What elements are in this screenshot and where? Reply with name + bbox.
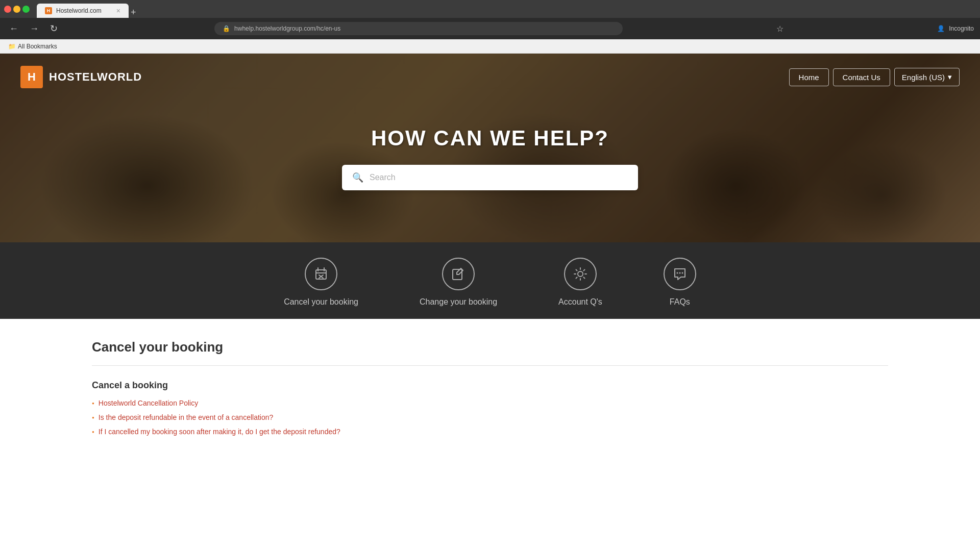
search-bar: 🔍	[342, 165, 638, 190]
svg-rect-0	[316, 270, 326, 279]
svg-line-14	[583, 270, 584, 271]
bullet-icon: ●	[92, 415, 94, 420]
site-header: H HOSTELWORLD Home Contact Us English (U…	[0, 54, 980, 101]
link-list: ● Hostelworld Cancellation Policy ● Is t…	[92, 399, 888, 436]
svg-point-7	[578, 271, 583, 277]
account-qs-label: Account Q's	[558, 297, 602, 307]
window-minimize-btn[interactable]	[13, 6, 20, 13]
main-content: Cancel your booking Cancel a booking ● H…	[0, 319, 980, 462]
logo[interactable]: H HOSTELWORLD	[20, 66, 142, 88]
category-faqs[interactable]: FAQs	[664, 258, 696, 307]
bookmarks-bar: 📁 All Bookmarks	[0, 39, 980, 54]
bookmark-btn[interactable]: ☆	[776, 24, 783, 34]
section-title: Cancel your booking	[92, 339, 888, 355]
section-divider	[92, 365, 888, 366]
faqs-label: FAQs	[670, 297, 690, 307]
category-cancel-booking[interactable]: Cancel your booking	[284, 258, 358, 307]
svg-line-15	[576, 277, 577, 278]
svg-line-12	[576, 270, 577, 271]
svg-point-18	[681, 272, 683, 274]
header-nav: Home Contact Us English (US) ▾	[789, 68, 960, 86]
chevron-down-icon: ▾	[948, 72, 952, 82]
incognito-label: Incognito	[949, 25, 974, 32]
logo-text: HOSTELWORLD	[49, 70, 142, 84]
active-tab[interactable]: H Hostelworld.com ×	[37, 4, 129, 18]
faqs-icon	[664, 258, 696, 290]
deposit-soon-link[interactable]: If I cancelled my booking soon after mak…	[99, 428, 340, 436]
language-label: English (US)	[902, 73, 945, 82]
hero-section: H HOSTELWORLD Home Contact Us English (U…	[0, 54, 980, 242]
language-selector[interactable]: English (US) ▾	[894, 68, 960, 86]
cancel-booking-icon	[305, 258, 337, 290]
reload-btn[interactable]: ↻	[47, 21, 61, 36]
account-qs-icon	[564, 258, 597, 290]
list-item: ● Hostelworld Cancellation Policy	[92, 399, 888, 407]
url-text: hwhelp.hostelworldgroup.com/hc/en-us	[234, 25, 340, 32]
cancellation-policy-link[interactable]: Hostelworld Cancellation Policy	[99, 399, 198, 407]
svg-point-17	[679, 272, 680, 274]
change-booking-label: Change your booking	[420, 297, 497, 307]
window-controls	[4, 6, 30, 13]
window-close-btn[interactable]	[4, 6, 11, 13]
search-icon: 🔍	[352, 172, 363, 183]
address-bar: ← → ↻ 🔒 hwhelp.hostelworldgroup.com/hc/e…	[0, 18, 980, 39]
lock-icon: 🔒	[223, 25, 230, 32]
back-btn[interactable]: ←	[6, 21, 21, 36]
bullet-icon: ●	[92, 430, 94, 434]
bookmarks-folder[interactable]: 📁 All Bookmarks	[8, 43, 57, 50]
url-bar[interactable]: 🔒 hwhelp.hostelworldgroup.com/hc/en-us	[214, 22, 623, 35]
window-maximize-btn[interactable]	[22, 6, 30, 13]
list-item: ● Is the deposit refundable in the event…	[92, 413, 888, 421]
folder-icon: 📁	[8, 43, 16, 50]
subsection-title: Cancel a booking	[92, 380, 888, 391]
tab-close-btn[interactable]: ×	[116, 7, 120, 15]
profile-icon: 👤	[937, 25, 945, 32]
list-item: ● If I cancelled my booking soon after m…	[92, 428, 888, 436]
home-nav-link[interactable]: Home	[789, 68, 829, 86]
tab-bar: H Hostelworld.com × +	[37, 0, 136, 18]
deposit-refund-link[interactable]: Is the deposit refundable in the event o…	[99, 413, 273, 421]
category-change-booking[interactable]: Change your booking	[420, 258, 497, 307]
change-booking-icon	[442, 258, 475, 290]
bookmarks-label: All Bookmarks	[18, 43, 57, 50]
logo-icon: H	[20, 66, 43, 88]
svg-line-13	[583, 277, 584, 278]
hero-title: HOW CAN WE HELP?	[371, 126, 609, 151]
search-input[interactable]	[370, 173, 628, 182]
svg-point-16	[676, 272, 678, 274]
tab-favicon: H	[45, 7, 52, 14]
tab-title: Hostelworld.com	[56, 7, 102, 14]
category-account-qs[interactable]: Account Q's	[558, 258, 602, 307]
cancel-booking-label: Cancel your booking	[284, 297, 358, 307]
browser-actions: 👤 Incognito	[937, 25, 974, 32]
browser-chrome: H Hostelworld.com × +	[0, 0, 980, 18]
contact-nav-link[interactable]: Contact Us	[833, 68, 890, 86]
forward-btn[interactable]: →	[27, 21, 42, 36]
categories-section: Cancel your booking Change your booking	[0, 242, 980, 319]
bullet-icon: ●	[92, 401, 94, 406]
new-tab-btn[interactable]: +	[131, 7, 136, 18]
